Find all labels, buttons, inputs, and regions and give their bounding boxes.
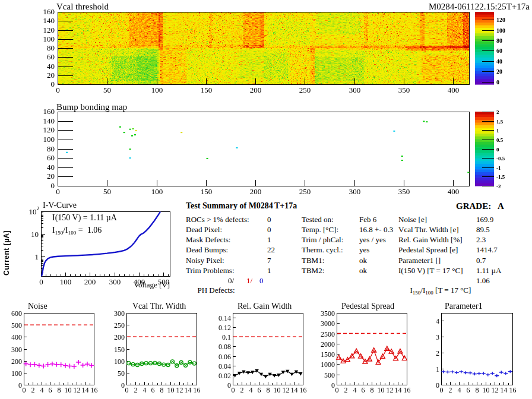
row-value: ok bbox=[359, 256, 367, 265]
iv-curve-title: I-V-Curve bbox=[43, 201, 77, 210]
row-label: Temp. [°C]: bbox=[302, 225, 338, 234]
row-label: Trim Problems: bbox=[186, 266, 235, 275]
row-value: 0 bbox=[267, 215, 271, 224]
row-label-sub1: 150 bbox=[413, 290, 421, 296]
summary-mid-column: Tested on:Feb 6 Temp. [°C]:16.8 +- 0.3 T… bbox=[302, 215, 397, 276]
summary-row: Trim / phCal:yes / yes bbox=[302, 235, 397, 245]
row-label: Dead Pixel: bbox=[186, 225, 222, 234]
row-value: 1.11 µA bbox=[476, 266, 501, 276]
ratio-post: = 1.06 bbox=[76, 226, 102, 235]
row-label: ROCs > 1% defects: bbox=[186, 215, 249, 224]
row-label: Vcal Thr. Width [e] bbox=[398, 225, 459, 234]
row-value: 7 bbox=[267, 256, 271, 265]
row-label: Noisy Pixel: bbox=[186, 256, 224, 265]
row-value: 16.8 +- 0.3 bbox=[359, 225, 393, 235]
ph-black-count: 0/ bbox=[228, 276, 234, 286]
row-value: ok bbox=[359, 266, 367, 276]
summary-row: Noisy Pixel:7 bbox=[186, 256, 302, 266]
ph-blue-count: 0 bbox=[259, 276, 264, 286]
row-label-post: [T = 17 °C] bbox=[433, 286, 471, 294]
row-label: Dead Bumps: bbox=[186, 245, 228, 254]
summary-row: Trim Problems:1 bbox=[186, 266, 302, 276]
row-label: TBM1: bbox=[302, 256, 324, 265]
row-value: Feb 6 bbox=[359, 215, 376, 224]
summary-title-suffix: T+17a bbox=[274, 201, 297, 211]
row-label: TBM2: bbox=[302, 266, 324, 275]
rel-gain-width-per-roc-plot bbox=[214, 300, 321, 399]
row-value: 169.9 bbox=[476, 215, 493, 224]
row-value: 1414.7 bbox=[476, 245, 498, 255]
vcal-threshold-heatmap bbox=[0, 0, 532, 100]
test-summary-report: Vcal threshold M0284-061122.15:25T+17a B… bbox=[0, 0, 532, 399]
summary-row: Therm. cycl.:yes bbox=[302, 245, 397, 255]
summary-title: Test Summary of M0284 T+17a bbox=[186, 201, 273, 211]
summary-row-current-ratio: I150/I100 [T = 17 °C] 1.06 bbox=[398, 276, 529, 286]
ph-red-count: 1/ bbox=[246, 276, 252, 286]
summary-row: Vcal Thr. Width [e]89.5 bbox=[398, 225, 529, 235]
row-value: yes / yes bbox=[359, 235, 386, 245]
row-label-sub2: 100 bbox=[425, 290, 433, 296]
module-id-label: M0284-061122.15:25T+17a bbox=[429, 2, 530, 12]
grade-label: GRADE: A bbox=[456, 201, 504, 211]
summary-row: Dead Pixel:0 bbox=[186, 225, 302, 235]
row-label: Therm. cycl.: bbox=[302, 245, 343, 254]
summary-row: Pedestal Spread [e]1414.7 bbox=[398, 245, 529, 255]
grade-value: A bbox=[498, 201, 504, 211]
grade-caption: GRADE: bbox=[456, 201, 491, 211]
row-value: 1 bbox=[267, 235, 271, 245]
row-label: Pedestal Spread [e] bbox=[398, 245, 458, 254]
summary-row: Noise [e]169.9 bbox=[398, 215, 529, 225]
summary-row: TBM2:ok bbox=[302, 266, 397, 276]
ratio-sub2: 100 bbox=[68, 230, 77, 236]
ratio-mid: /I bbox=[63, 226, 68, 235]
row-label: Parameter1 [] bbox=[398, 256, 441, 265]
row-value: 22 bbox=[267, 245, 275, 255]
iv-x-axis-label: Voltage [V] bbox=[110, 280, 170, 290]
summary-row: TBM1:ok bbox=[302, 256, 397, 266]
ratio-sub1: 150 bbox=[55, 230, 64, 236]
iv-annotation-current: I(150 V) = 1.11 µA bbox=[52, 213, 117, 223]
row-label: PH Defects: bbox=[198, 286, 235, 294]
rel-gain-width-plot-title: Rel. Gain Width bbox=[238, 302, 292, 311]
noise-plot-title: Noise bbox=[28, 302, 48, 311]
summary-row: ROCs > 1% defects:0 bbox=[186, 215, 302, 225]
bump-bonding-heatmap bbox=[0, 101, 532, 201]
summary-left-column: ROCs > 1% defects:0 Dead Pixel:0 Mask De… bbox=[186, 215, 302, 286]
iv-y-axis-label: Current [µA] bbox=[2, 209, 11, 276]
row-label: Mask Defects: bbox=[186, 235, 230, 244]
row-label: I(150 V) [T = 17 °C] bbox=[398, 266, 463, 275]
iv-annotation-ratio: I150/I100 = 1.06 bbox=[52, 226, 102, 236]
summary-row: Temp. [°C]:16.8 +- 0.3 bbox=[302, 225, 397, 235]
summary-row-ph-defects: PH Defects: 0/ 1/ 0 bbox=[186, 276, 302, 286]
pedestal-spread-plot-title: Pedestal Spread bbox=[341, 302, 394, 311]
row-label: Noise [e] bbox=[398, 215, 427, 224]
summary-row: I(150 V) [T = 17 °C]1.11 µA bbox=[398, 266, 529, 276]
bump-map-title: Bump bonding map bbox=[56, 102, 127, 112]
vcal-map-title: Vcal threshold bbox=[56, 2, 109, 12]
summary-row: Parameter1 []0.7 bbox=[398, 256, 529, 266]
row-value: 0.7 bbox=[476, 256, 486, 265]
row-value: 1 bbox=[267, 266, 271, 276]
row-label: Rel. Gain Width [%] bbox=[398, 235, 463, 244]
summary-row: Mask Defects:1 bbox=[186, 235, 302, 245]
parameter1-plot-title: Parameter1 bbox=[445, 302, 483, 311]
noise-per-roc-plot bbox=[0, 300, 107, 399]
summary-row: Tested on:Feb 6 bbox=[302, 215, 397, 225]
summary-row: Rel. Gain Width [%]2.3 bbox=[398, 235, 529, 245]
row-value: 1.06 bbox=[476, 276, 490, 286]
vcal-thr-width-plot-title: Vcal Thr. Width bbox=[132, 302, 186, 311]
row-label: Trim / phCal: bbox=[302, 235, 343, 244]
row-value: 2.3 bbox=[476, 235, 486, 245]
row-value: 89.5 bbox=[476, 225, 490, 235]
row-label: Tested on: bbox=[302, 215, 334, 224]
row-value: yes bbox=[359, 245, 369, 255]
row-value: 0 bbox=[267, 225, 271, 235]
parameter1-per-roc-plot bbox=[428, 300, 532, 399]
summary-title-text: Test Summary of M0284 bbox=[186, 201, 273, 210]
pedestal-spread-per-roc-plot bbox=[321, 300, 428, 399]
summary-row: Dead Bumps:22 bbox=[186, 245, 302, 255]
summary-right-column: Noise [e]169.9 Vcal Thr. Width [e]89.5 R… bbox=[398, 215, 529, 286]
vcal-thr-width-per-roc-plot bbox=[107, 300, 214, 399]
